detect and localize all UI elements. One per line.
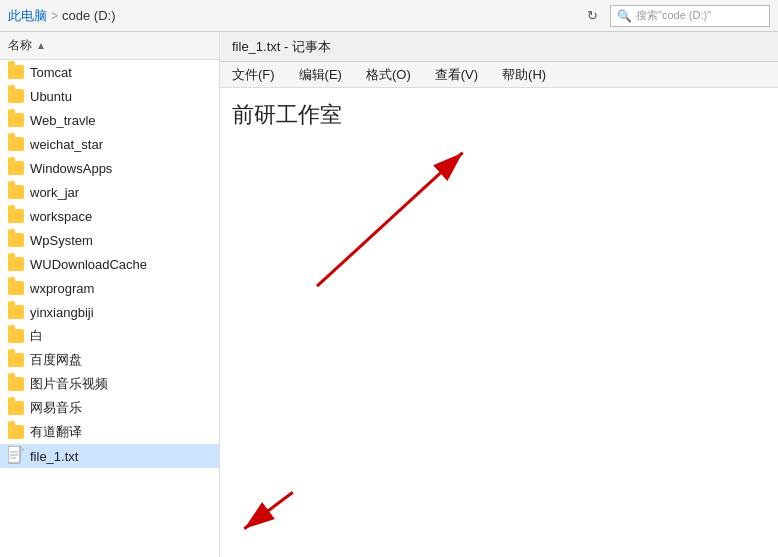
folder-icon xyxy=(8,65,24,79)
folder-icon xyxy=(8,89,24,103)
file-item-label: WindowsApps xyxy=(30,161,112,176)
svg-line-6 xyxy=(317,153,463,286)
list-item[interactable]: Ubuntu xyxy=(0,84,219,108)
list-item[interactable]: work_jar xyxy=(0,180,219,204)
list-item[interactable]: wxprogram xyxy=(0,276,219,300)
file-item-label: file_1.txt xyxy=(30,449,78,464)
folder-icon xyxy=(8,233,24,247)
column-header: 名称 ▲ xyxy=(0,32,219,60)
list-item[interactable]: WpSystem xyxy=(0,228,219,252)
folder-icon xyxy=(8,401,24,415)
file-item-label: work_jar xyxy=(30,185,79,200)
main-layout: 名称 ▲ TomcatUbuntuWeb_travleweichat_starW… xyxy=(0,32,778,557)
folder-icon xyxy=(8,185,24,199)
notepad-menu-item[interactable]: 帮助(H) xyxy=(498,64,550,86)
breadcrumb-sep1: > xyxy=(51,9,58,23)
folder-icon xyxy=(8,425,24,439)
list-item[interactable]: 网易音乐 xyxy=(0,396,219,420)
refresh-button[interactable]: ↻ xyxy=(580,4,604,28)
file-item-label: Web_travle xyxy=(30,113,96,128)
svg-line-7 xyxy=(244,492,293,528)
list-item[interactable]: Tomcat xyxy=(0,60,219,84)
list-item[interactable]: 有道翻译 xyxy=(0,420,219,444)
folder-icon xyxy=(8,377,24,391)
folder-icon xyxy=(8,257,24,271)
folder-icon xyxy=(8,137,24,151)
list-item[interactable]: file_1.txt xyxy=(0,444,219,468)
notepad-title-bar: file_1.txt - 记事本 xyxy=(220,32,778,62)
file-item-label: 网易音乐 xyxy=(30,399,82,417)
search-placeholder: 搜索"code (D:)" xyxy=(636,8,711,23)
file-item-label: weichat_star xyxy=(30,137,103,152)
column-name-label: 名称 xyxy=(8,37,32,54)
notepad-content[interactable]: 前研工作室 xyxy=(220,88,778,557)
folder-icon xyxy=(8,353,24,367)
folder-icon xyxy=(8,329,24,343)
folder-icon xyxy=(8,209,24,223)
file-item-label: WpSystem xyxy=(30,233,93,248)
sort-arrow-icon: ▲ xyxy=(36,40,46,51)
annotation-arrow xyxy=(220,88,778,557)
file-item-label: workspace xyxy=(30,209,92,224)
notepad-text: 前研工作室 xyxy=(232,102,342,127)
list-item[interactable]: WindowsApps xyxy=(0,156,219,180)
file-item-label: Ubuntu xyxy=(30,89,72,104)
breadcrumb: 此电脑 > code (D:) xyxy=(8,7,574,25)
search-icon: 🔍 xyxy=(617,9,632,23)
list-item[interactable]: yinxiangbiji xyxy=(0,300,219,324)
top-right-controls: ↻ 🔍 搜索"code (D:)" xyxy=(580,4,770,28)
list-item[interactable]: 白 xyxy=(0,324,219,348)
list-item[interactable]: 百度网盘 xyxy=(0,348,219,372)
file-item-label: 白 xyxy=(30,327,43,345)
file-item-label: Tomcat xyxy=(30,65,72,80)
file-item-label: 图片音乐视频 xyxy=(30,375,108,393)
file-item-label: yinxiangbiji xyxy=(30,305,94,320)
file-list[interactable]: TomcatUbuntuWeb_travleweichat_starWindow… xyxy=(0,60,219,557)
folder-icon xyxy=(8,305,24,319)
file-item-label: 百度网盘 xyxy=(30,351,82,369)
notepad-panel: file_1.txt - 记事本 文件(F)编辑(E)格式(O)查看(V)帮助(… xyxy=(220,32,778,557)
breadcrumb-current[interactable]: code (D:) xyxy=(62,8,115,23)
notepad-menu-item[interactable]: 文件(F) xyxy=(228,64,279,86)
file-explorer-panel: 名称 ▲ TomcatUbuntuWeb_travleweichat_starW… xyxy=(0,32,220,557)
list-item[interactable]: workspace xyxy=(0,204,219,228)
notepad-menu: 文件(F)编辑(E)格式(O)查看(V)帮助(H) xyxy=(220,62,778,88)
top-bar: 此电脑 > code (D:) ↻ 🔍 搜索"code (D:)" xyxy=(0,0,778,32)
file-item-label: wxprogram xyxy=(30,281,94,296)
file-item-label: WUDownloadCache xyxy=(30,257,147,272)
notepad-menu-item[interactable]: 查看(V) xyxy=(431,64,482,86)
list-item[interactable]: 图片音乐视频 xyxy=(0,372,219,396)
list-item[interactable]: weichat_star xyxy=(0,132,219,156)
breadcrumb-root[interactable]: 此电脑 xyxy=(8,7,47,25)
svg-marker-1 xyxy=(20,446,24,450)
notepad-menu-item[interactable]: 编辑(E) xyxy=(295,64,346,86)
folder-icon xyxy=(8,281,24,295)
search-box[interactable]: 🔍 搜索"code (D:)" xyxy=(610,5,770,27)
list-item[interactable]: WUDownloadCache xyxy=(0,252,219,276)
notepad-menu-item[interactable]: 格式(O) xyxy=(362,64,415,86)
file-icon xyxy=(8,446,24,467)
notepad-title: file_1.txt - 记事本 xyxy=(232,38,331,56)
folder-icon xyxy=(8,113,24,127)
folder-icon xyxy=(8,161,24,175)
list-item[interactable]: Web_travle xyxy=(0,108,219,132)
file-item-label: 有道翻译 xyxy=(30,423,82,441)
